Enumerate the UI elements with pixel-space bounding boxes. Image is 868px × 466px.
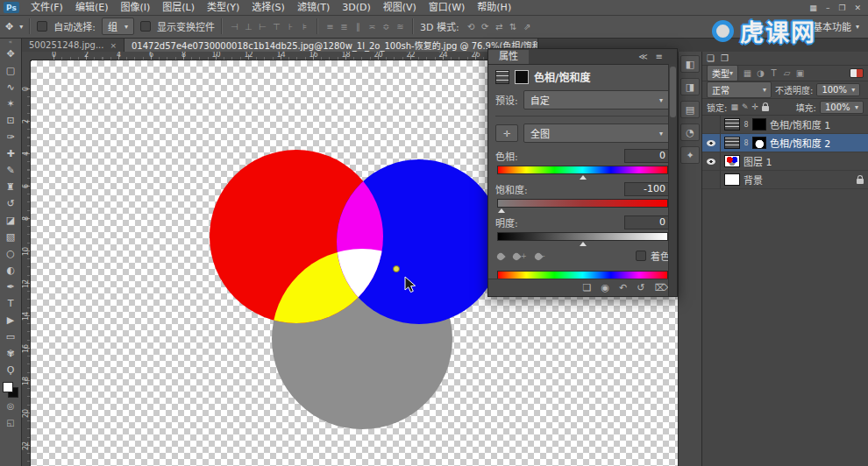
slider-track[interactable] [497,232,668,241]
eyedropper-tool[interactable]: ✑ [2,129,20,145]
styles-panel-icon[interactable]: ◨ [680,78,700,95]
auto-select-checkbox[interactable] [37,21,47,32]
adjustments-panel-icon[interactable]: ◧ [680,55,700,73]
lock-transparency-icon[interactable]: ▦ [730,102,738,111]
align-icon[interactable]: ⊦ [285,22,296,32]
arrange-windows-icon[interactable]: ▦ [809,4,817,12]
gradient-tool[interactable]: ▧ [2,229,20,245]
lock-position-icon[interactable]: ✛ [751,102,758,111]
3d-mode-icon[interactable]: ⇅ [508,22,519,32]
blend-mode-dropdown[interactable]: 正常 ▾ [707,81,772,98]
clip-to-layer-icon[interactable]: ❏ [583,282,592,293]
clone-stamp-tool[interactable]: ♜ [2,179,20,195]
layer-mask-thumbnail[interactable] [752,137,766,149]
menu-item[interactable]: 3D(D) [336,0,377,15]
menu-item[interactable]: 窗口(W) [423,0,471,15]
type-tool[interactable]: T [2,295,20,312]
foreground-color-swatch[interactable] [3,382,13,392]
toolbar-collapse-icon[interactable]: « [9,39,12,46]
eyedropper-sample-button[interactable]: + [513,252,527,260]
reset-icon[interactable]: ↺ [637,282,644,293]
preset-dropdown[interactable]: 自定 ▾ [523,90,670,109]
layer-row[interactable]: 背景 [702,171,868,189]
restore-icon[interactable]: ❐ [838,4,845,12]
align-icon[interactable]: ⊢ [257,22,268,32]
align-icon[interactable]: ⊤ [271,22,282,32]
panel-menu-icon[interactable]: ≡ [656,52,663,61]
current-tool-icon[interactable]: ✥ [5,21,13,32]
layer-visibility-toggle[interactable] [702,171,721,188]
distribute-icon[interactable]: ≣ [338,22,350,32]
dodge-tool[interactable]: ◐ [2,262,20,279]
quick-mask-button[interactable]: ◎ [2,398,20,414]
layer-row[interactable]: 8 色相/饱和度 1 [702,116,868,134]
align-icon[interactable]: ⊧ [299,22,310,32]
histogram-panel-icon[interactable]: ▤ [680,101,700,118]
crop-tool[interactable]: ⊡ [2,112,20,129]
magic-wand-tool[interactable]: ✶ [2,95,20,112]
eraser-tool[interactable]: ◪ [2,212,20,229]
align-icon[interactable]: ⊣ [229,22,240,32]
shape-tool[interactable]: ▭ [2,328,20,345]
slider-handle[interactable] [498,205,505,213]
3d-mode-icon[interactable]: ⟲ [466,22,477,32]
move-tool[interactable]: ✥ [2,46,20,62]
menu-item[interactable]: 类型(Y) [201,0,245,15]
3d-mode-icon[interactable]: ⟳ [480,22,491,32]
eyedropper-sample-button[interactable] [497,252,505,260]
distribute-icon[interactable]: ≡ [324,22,336,32]
collapsed-panel-icon-2[interactable]: ❐ [721,53,729,63]
menu-item[interactable]: 图层(L) [156,0,201,15]
layer-row[interactable]: 8 色相/饱和度 2 [702,134,868,152]
filter-smart-icon[interactable]: ▣ [794,68,806,78]
scrollbar-thumb[interactable] [670,67,676,117]
slider-handle[interactable] [580,238,587,246]
colorize-checkbox[interactable] [636,251,646,261]
distribute-icon[interactable]: ≎ [381,22,392,32]
tab-properties[interactable]: 属性 [488,50,529,64]
channel-dropdown[interactable]: 全图 ▾ [523,124,670,143]
color-swatches[interactable] [3,382,18,398]
layer-filter-toggle[interactable] [850,68,864,78]
opacity-dropdown[interactable]: 100% ▾ [816,83,860,96]
blur-tool[interactable]: ○ [2,245,20,262]
menu-item[interactable]: 文件(F) [25,0,69,15]
layer-row[interactable]: 图层 1 [702,152,868,171]
3d-mode-icon[interactable]: ⇗ [522,22,533,32]
zoom-tool[interactable]: Ϙ [2,362,20,378]
document-tab[interactable]: 500251248.jpg... × [22,39,125,52]
layer-thumbnail[interactable] [724,173,740,186]
menu-item[interactable]: 帮助(H) [471,0,517,15]
pen-tool[interactable]: ✒ [2,279,20,295]
eyedropper-sample-button[interactable]: - [535,252,545,260]
collapse-panel-icon[interactable]: ≪ [638,52,647,61]
auto-select-dropdown[interactable]: 组 ▾ [102,18,134,35]
slider-value-input[interactable]: -100 [624,182,670,196]
slider-handle[interactable] [580,172,587,180]
targeted-adjustment-button[interactable]: ✛ [495,124,518,142]
vertical-ruler[interactable]: 0246810121416182022 [22,60,31,466]
lasso-tool[interactable]: ∿ [2,79,20,95]
filter-shape-icon[interactable]: ▱ [781,68,793,78]
slider-value-input[interactable]: 0 [624,149,670,163]
view-previous-state-icon[interactable]: ↶ [619,282,627,293]
workspace-switcher[interactable]: 基本功能 ▾ [813,19,859,33]
menu-item[interactable]: 编辑(E) [69,0,115,15]
menu-item[interactable]: 选择(S) [245,0,291,15]
distribute-icon[interactable]: ≍ [366,22,378,32]
healing-brush-tool[interactable]: ✚ [2,145,20,162]
distribute-icon[interactable]: ∥ [352,22,364,32]
minimize-icon[interactable]: – [826,4,830,12]
toggle-visibility-icon[interactable]: ◉ [601,282,609,293]
collapsed-panel-icon-1[interactable]: ❏ [707,53,715,63]
menu-item[interactable]: 滤镜(T) [291,0,336,15]
layer-visibility-toggle[interactable] [702,152,721,170]
layer-filter-dropdown[interactable]: 类型 ▾ [707,65,738,81]
close-tab-icon[interactable]: × [110,41,117,50]
menu-item[interactable]: 图像(I) [114,0,156,15]
history-brush-tool[interactable]: ↺ [2,195,20,212]
distribute-icon[interactable]: ≋ [395,22,406,32]
menu-item[interactable]: 视图(V) [377,0,423,15]
slider-track[interactable] [497,199,668,208]
path-select-tool[interactable]: ▶ [2,312,20,328]
